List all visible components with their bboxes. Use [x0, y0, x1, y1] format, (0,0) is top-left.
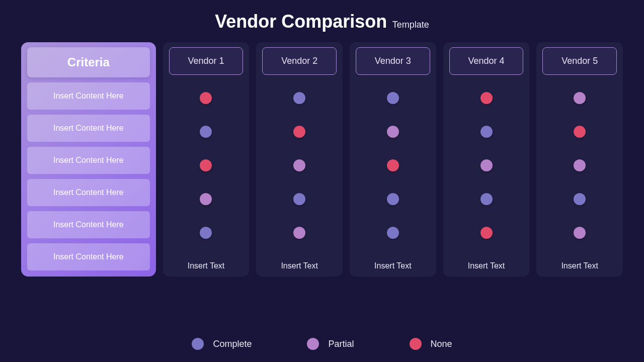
- status-dot-complete: [293, 92, 305, 104]
- title-sub: Template: [392, 20, 429, 30]
- status-dot-partial: [574, 227, 586, 239]
- vendor-footer[interactable]: Insert Text: [281, 242, 318, 270]
- comparison-grid: Criteria Insert Content HereInsert Conte…: [0, 42, 644, 277]
- dot-stack: [293, 92, 305, 239]
- criteria-row[interactable]: Insert Content Here: [27, 211, 150, 238]
- vendor-footer[interactable]: Insert Text: [561, 242, 598, 270]
- status-dot-partial: [293, 159, 305, 171]
- status-dot-complete: [387, 227, 399, 239]
- status-dot-partial: [574, 159, 586, 171]
- criteria-row[interactable]: Insert Content Here: [27, 115, 150, 142]
- legend-dot-icon: [307, 338, 319, 350]
- criteria-row[interactable]: Insert Content Here: [27, 82, 150, 110]
- status-dot-none: [574, 126, 586, 138]
- vendor-footer[interactable]: Insert Text: [188, 242, 225, 270]
- vendor-header[interactable]: Vendor 1: [169, 47, 244, 75]
- legend-dot-icon: [192, 338, 204, 350]
- page-title: Vendor Comparison Template: [0, 0, 644, 32]
- criteria-header: Criteria: [27, 47, 150, 77]
- status-dot-none: [480, 227, 493, 239]
- status-dot-none: [200, 92, 212, 104]
- vendor-column: Vendor 2Insert Text: [256, 42, 343, 277]
- status-dot-none: [200, 159, 212, 171]
- criteria-row[interactable]: Insert Content Here: [27, 147, 150, 174]
- vendor-column: Vendor 4Insert Text: [443, 42, 530, 277]
- vendor-header[interactable]: Vendor 5: [542, 47, 617, 75]
- legend-item-complete: Complete: [192, 338, 252, 350]
- criteria-row[interactable]: Insert Content Here: [27, 179, 150, 206]
- status-dot-partial: [480, 159, 493, 171]
- criteria-row[interactable]: Insert Content Here: [27, 243, 150, 270]
- status-dot-partial: [200, 193, 212, 205]
- status-dot-complete: [293, 193, 305, 205]
- status-dot-complete: [387, 193, 399, 205]
- vendor-header[interactable]: Vendor 2: [262, 47, 337, 75]
- vendor-column: Vendor 3Insert Text: [350, 42, 436, 277]
- legend-item-none: None: [410, 338, 452, 350]
- status-dot-partial: [574, 92, 586, 104]
- legend-item-partial: Partial: [307, 338, 354, 350]
- dot-stack: [574, 92, 586, 239]
- dot-stack: [480, 92, 493, 239]
- title-main: Vendor Comparison: [215, 11, 387, 32]
- status-dot-partial: [293, 227, 305, 239]
- status-dot-none: [293, 126, 305, 138]
- status-dot-complete: [387, 92, 399, 104]
- status-dot-complete: [574, 193, 586, 205]
- status-dot-none: [480, 92, 493, 104]
- dot-stack: [387, 92, 399, 239]
- legend: CompletePartialNone: [0, 338, 644, 350]
- dot-stack: [200, 92, 212, 239]
- status-dot-complete: [200, 227, 212, 239]
- legend-label: Partial: [328, 339, 354, 349]
- vendor-column: Vendor 5Insert Text: [536, 42, 623, 277]
- status-dot-partial: [387, 126, 399, 138]
- vendor-footer[interactable]: Insert Text: [468, 242, 505, 270]
- vendor-header[interactable]: Vendor 3: [356, 47, 430, 75]
- status-dot-complete: [480, 126, 493, 138]
- vendor-footer[interactable]: Insert Text: [374, 242, 412, 270]
- status-dot-complete: [480, 193, 493, 205]
- criteria-column: Criteria Insert Content HereInsert Conte…: [21, 42, 156, 277]
- vendor-column: Vendor 1Insert Text: [163, 42, 250, 277]
- status-dot-complete: [200, 126, 212, 138]
- legend-label: Complete: [213, 339, 252, 349]
- vendor-header[interactable]: Vendor 4: [449, 47, 524, 75]
- status-dot-none: [387, 159, 399, 171]
- legend-dot-icon: [410, 338, 422, 350]
- legend-label: None: [431, 339, 452, 349]
